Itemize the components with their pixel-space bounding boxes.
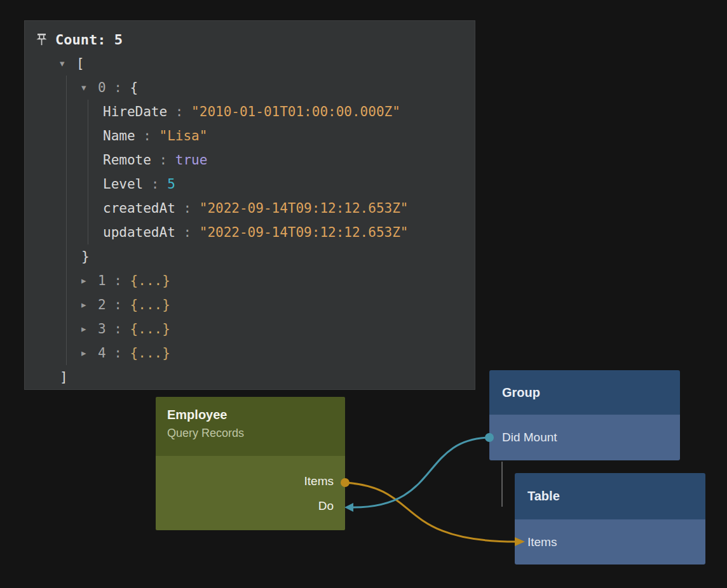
json-row-item-1: ▸1 : {...} [81,269,463,293]
node-employee-header[interactable]: Employee Query Records [156,397,345,456]
inspector-header: Count: 5 [36,27,463,51]
object-open-brace: { [130,80,139,95]
property-value: "Lisa" [160,128,208,144]
node-table-header[interactable]: Table [515,473,705,519]
port-did-mount[interactable]: Did Mount [489,415,680,460]
json-property-row-level: Level : 5 [103,172,463,196]
property-value: "2022-09-14T09:12:12.653Z" [200,225,409,240]
item-index: 2 [98,297,106,312]
json-row-object-0: ▾0 : { [81,76,463,100]
property-key: Name [103,128,135,144]
json-row-array-close: ] [60,365,463,389]
pin-icon[interactable] [36,33,47,46]
count-label: Count: 5 [55,32,123,48]
node-group[interactable]: Group Did Mount [489,370,680,460]
item-index: 1 [98,273,106,288]
chevron-down-icon[interactable]: ▾ [60,58,76,69]
property-key: updatedAt [103,225,175,240]
property-key: createdAt [103,201,175,216]
node-employee[interactable]: Employee Query Records Items Do [156,397,345,530]
collapsed-object-preview: {...} [130,297,170,312]
port-items[interactable]: Items [515,519,705,565]
node-table[interactable]: Table Items [515,473,705,565]
port-label: Did Mount [502,431,557,444]
input-port-do[interactable]: Do [318,493,334,518]
node-group-header[interactable]: Group [489,370,680,415]
json-row-item-3: ▸3 : {...} [81,317,463,341]
node-employee-body: Items Do [156,456,345,530]
json-property-row-remote: Remote : true [103,148,463,172]
node-title: Group [502,385,540,400]
object-0-children: HireDate : "2010-01-01T01:00:00.000Z" Na… [88,100,463,244]
item-index: 0 [98,80,106,95]
property-key: Level [103,177,143,192]
object-close-brace: } [81,249,90,264]
output-port-items[interactable]: Items [304,469,334,493]
property-value: true [175,152,208,168]
item-index: 3 [98,321,106,337]
property-value: 5 [167,177,175,192]
json-row-array-open: ▾[ [60,51,463,76]
wire-teal-arrowhead-icon [344,503,353,512]
chevron-down-icon[interactable]: ▾ [81,82,98,93]
chevron-right-icon[interactable]: ▸ [81,299,98,311]
node-title: Employee [167,408,334,422]
array-close-bracket: ] [60,370,68,385]
wire-employee-items-to-table-items[interactable] [345,483,516,542]
json-row-object-0-close: } [81,244,463,269]
node-subtitle: Query Records [167,427,334,440]
port-label: Items [527,535,557,549]
collapsed-object-preview: {...} [130,345,170,361]
node-title: Table [527,489,560,504]
array-children: ▾0 : { HireDate : "2010-01-01T01:00:00.0… [66,76,463,365]
property-value: "2010-01-01T01:00:00.000Z" [191,104,400,119]
collapsed-object-preview: {...} [130,273,170,288]
json-property-row-hiredate: HireDate : "2010-01-01T01:00:00.000Z" [103,100,463,124]
collapsed-object-preview: {...} [130,321,170,337]
property-key: HireDate [103,104,167,119]
wire-group-didmount-to-employee-do[interactable] [353,438,489,507]
data-inspector-panel: Count: 5 ▾[ ▾0 : { HireDate : "2010-01-0… [24,20,475,390]
property-key: Remote [103,152,151,168]
json-tree: ▾[ ▾0 : { HireDate : "2010-01-01T01:00:0… [36,51,463,389]
json-property-row-updatedat: updatedAt : "2022-09-14T09:12:12.653Z" [103,220,463,244]
array-open-bracket: [ [76,56,85,71]
json-row-item-4: ▸4 : {...} [81,341,463,365]
json-property-row-createdat: createdAt : "2022-09-14T09:12:12.653Z" [103,196,463,220]
chevron-right-icon[interactable]: ▸ [81,275,98,286]
chevron-right-icon[interactable]: ▸ [81,323,98,335]
json-property-row-name: Name : "Lisa" [103,124,463,148]
chevron-right-icon[interactable]: ▸ [81,347,98,359]
property-value: "2022-09-14T09:12:12.653Z" [200,201,409,216]
item-index: 4 [98,345,106,361]
json-row-item-2: ▸2 : {...} [81,293,463,317]
